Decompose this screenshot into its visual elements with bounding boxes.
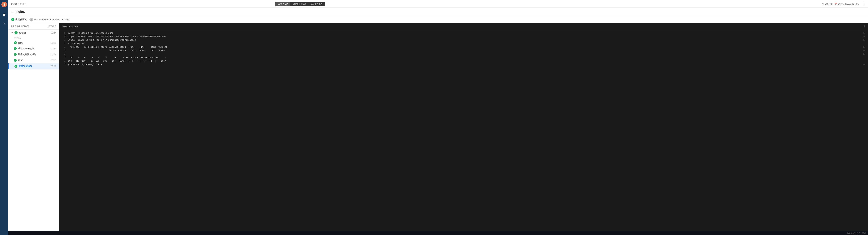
step-name-build-docker: 构建docker镜像 [18, 47, 49, 50]
home-nav-icon[interactable] [1, 11, 7, 18]
line-number: 4 [62, 42, 65, 45]
back-button[interactable]: ← [11, 10, 14, 13]
pipeline-panel-title: PIPELINE STAGES [11, 25, 29, 27]
clock-icon: ⏱ [822, 3, 824, 5]
duration-value: 0m 47s [825, 3, 832, 5]
console-panel: CONSOLE LOGS ⬇ 1latest: Pulling from cur… [59, 23, 868, 231]
header-right: ⏱ 0m 47s 📅 Sep 4, 2023, 12:27 PM ⋮ [822, 2, 865, 6]
breadcrumb-sep2: › [25, 2, 26, 5]
step-name-build-notify: 镜像构建完成通知 [18, 53, 49, 56]
step-time-build-notify: 00:02 [51, 53, 56, 56]
app-sidebar [0, 0, 8, 235]
top-header: Builds › #54 › LOG VIEW GRAPH VIEW CARD … [8, 0, 868, 8]
card-view-btn[interactable]: CARD VIEW [308, 2, 325, 6]
stage-chevron-icon: ▼ [11, 32, 13, 34]
download-icon[interactable]: ⬇ [863, 25, 865, 28]
line-content: latest: Pulling from curlimages/curl [68, 32, 860, 35]
date-value: Sep 4, 2023, 12:27 PM [838, 3, 859, 5]
step-name-clone: clone [18, 41, 49, 44]
trigger-clock-icon: ⏱ [62, 18, 64, 21]
page-title: nginx [17, 10, 25, 13]
log-line: 8100 416 100 27 100 389 107 1543 --:--:-… [59, 59, 868, 63]
graph-view-btn[interactable]: GRAPH VIEW [290, 2, 308, 6]
line-number: 1 [62, 32, 65, 35]
line-number: 8 [62, 56, 65, 59]
line-content: % Total % Received % Xferd Average Speed… [68, 46, 860, 49]
log-line: 5 % Total % Received % Xferd Average Spe… [59, 46, 868, 49]
stage-check-icon: ✓ [14, 31, 18, 34]
line-content: 0 0 0 0 0 0 0 0 --:--:-- --:--:-- --:--:… [68, 56, 862, 59]
sub-header: ← nginx [8, 8, 868, 16]
line-time: 1s [863, 49, 865, 52]
step-item-clone[interactable]: ✓ clone 00:02 [8, 40, 59, 46]
log-line: 71s [59, 52, 868, 56]
executor-avatar [29, 18, 33, 22]
stage-name-default: default [19, 32, 49, 34]
step-item-build-docker[interactable]: ✓ 构建docker镜像 00:35 [8, 46, 59, 52]
status-check-icon: ✓ [11, 18, 14, 21]
executor-label: executed scheduled task [34, 18, 59, 21]
line-number: 3 [62, 38, 65, 42]
log-line: 2Digest: sha256:bb0843a1307b1aa73f65f243… [59, 35, 868, 38]
console-title: CONSOLE LOGS [62, 26, 78, 28]
step-time-build-docker: 00:35 [51, 47, 56, 50]
line-time: 1s [863, 63, 865, 66]
stage-count: 1 stage [47, 25, 56, 27]
date-info: 📅 Sep 4, 2023, 12:27 PM [835, 3, 859, 5]
step-check-deploy: ✓ [14, 59, 17, 62]
step-item-deploy[interactable]: ✓ 部署 00:06 [8, 57, 59, 63]
pipeline-status-badge: ✓ 全流程测试 [11, 18, 27, 21]
line-number: 5 [62, 46, 65, 49]
pipeline-label: 全流程测试 [16, 18, 27, 21]
step-name-deploy: 部署 [18, 59, 49, 62]
stage-item-default: ▼ ✓ default 00:47 STEPS ✓ clone 00:02 ✓ … [8, 30, 59, 69]
line-number: 6 [62, 49, 65, 52]
line-content: {"errcode":0,"errmsg":"ok"} [68, 63, 860, 66]
step-time-deploy: 00:06 [51, 59, 56, 62]
builds-link[interactable]: Builds [11, 2, 17, 5]
duration-info: ⏱ 0m 47s [822, 3, 832, 5]
line-time: 0s [863, 35, 865, 38]
search-nav-icon[interactable] [1, 21, 7, 27]
log-view-btn[interactable]: LOG VIEW [275, 2, 290, 6]
step-check-build-docker: ✓ [14, 47, 17, 50]
line-content: Status: Image is up to date for curlimag… [68, 38, 860, 42]
stage-time-default: 00:47 [51, 32, 56, 34]
pipeline-panel: PIPELINE STAGES 1 stage ▼ ✓ default 00:4… [8, 23, 59, 231]
build-number-link[interactable]: #54 [20, 2, 24, 5]
step-check-build-notify: ✓ [14, 53, 17, 56]
line-number: 7 [62, 53, 65, 56]
log-line: 8 0 0 0 0 0 0 0 0 --:--:-- --:--:-- --:-… [59, 56, 868, 59]
executor-info: executed scheduled task [29, 18, 59, 22]
stage-header-default[interactable]: ▼ ✓ default 00:47 [8, 30, 59, 36]
content-area: PIPELINE STAGES 1 stage ▼ ✓ default 00:4… [8, 23, 868, 231]
log-line: 4+ ./notify.sh [59, 42, 868, 46]
steps-label: STEPS [8, 36, 59, 40]
line-number: 8 [62, 63, 65, 66]
breadcrumb: Builds › #54 › [11, 2, 26, 5]
status-bar: ✓ 全流程测试 executed scheduled task ⏱ test [8, 16, 868, 23]
line-content: Dload Upload Total Spent Left Speed [68, 49, 860, 52]
log-line: 6 Dload Upload Total Spent Left Speed1s [59, 49, 868, 52]
trigger-info: ⏱ test [62, 18, 69, 21]
line-time: 1s [863, 53, 865, 56]
line-time: 0s [863, 39, 865, 42]
log-line: 3Status: Image is up to date for curlima… [59, 38, 868, 42]
line-number: 8 [62, 60, 65, 63]
more-options-btn[interactable]: ⋮ [862, 2, 865, 6]
console-header: CONSOLE LOGS ⬇ [59, 23, 868, 30]
line-content: + ./notify.sh [68, 42, 862, 45]
step-check-deploy-notify: ✓ [14, 65, 17, 68]
trigger-label: test [65, 18, 69, 21]
footer-text: CSDN @把个名字弄通 [846, 232, 866, 234]
line-number: 2 [62, 35, 65, 38]
step-item-build-notify[interactable]: ✓ 镜像构建完成通知 00:02 [8, 52, 59, 57]
console-body[interactable]: 1latest: Pulling from curlimages/curl0s2… [59, 30, 868, 231]
svg-point-1 [4, 4, 5, 5]
step-time-clone: 00:02 [51, 41, 56, 44]
step-item-deploy-notify[interactable]: ✓ 部署完成通知 00:02 [8, 63, 59, 69]
step-check-clone: ✓ [14, 41, 17, 44]
line-time: 1s [863, 46, 865, 49]
view-toggles: LOG VIEW GRAPH VIEW CARD VIEW [275, 2, 325, 6]
log-line: 8{"errcode":0,"errmsg":"ok"}1s [59, 63, 868, 66]
